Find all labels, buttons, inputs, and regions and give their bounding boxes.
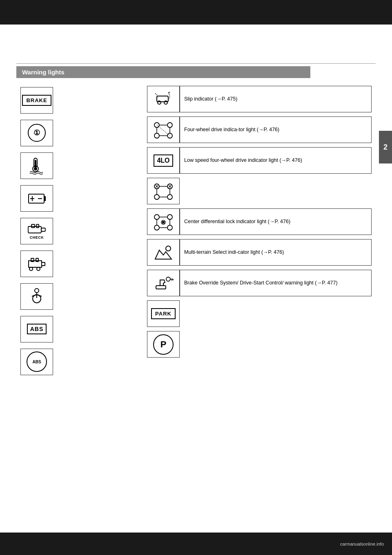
terrain-text: Multi-terrain Select indi-cator light (→… <box>184 248 284 256</box>
bottom-bar: carmanualsonline.info <box>0 533 392 555</box>
4lo-desc: Low speed four-wheel drive indicator lig… <box>180 147 372 174</box>
svg-rect-5 <box>44 196 46 201</box>
slip-row: * Slip indicator (→P. 475) <box>147 86 372 112</box>
svg-point-49 <box>167 215 172 219</box>
4lo-icon-box: 4LO <box>147 147 180 174</box>
trac-row <box>147 178 372 204</box>
malfunction-icon <box>27 256 47 271</box>
slip-desc: Slip indicator (→P. 475) <box>180 86 372 112</box>
warning-lights-title: Warning lights <box>22 69 65 76</box>
4wd-text: Four-wheel drive indica-tor light (→P. 4… <box>184 126 279 133</box>
park-circle-desc-empty <box>180 331 372 358</box>
battery-row <box>20 184 135 213</box>
park-text-row: PARK <box>147 300 372 327</box>
diff-text: Center differential lock indicator light… <box>184 218 290 225</box>
svg-rect-11 <box>31 224 35 228</box>
abs-text-row: ABS <box>20 315 135 343</box>
park-circle-row: P <box>147 331 372 358</box>
trac-icon-box <box>147 178 180 204</box>
charge-icon: ① <box>28 124 46 142</box>
check-label: CHECK <box>30 235 44 239</box>
brake-override-row: Brake Override System/ Drive-Start Contr… <box>147 270 372 296</box>
diff-row: Center differential lock indicator light… <box>147 208 372 235</box>
brake-override-icon <box>153 274 174 292</box>
4wd-row: Four-wheel drive indica-tor light (→P. 4… <box>147 116 372 143</box>
brake-icon: BRAKE <box>22 95 51 106</box>
4lo-row: 4LO Low speed four-wheel drive indicator… <box>147 147 372 174</box>
check-engine-icon-box: CHECK <box>20 218 53 244</box>
section-tab: 2 <box>379 131 392 163</box>
terrain-icon-box <box>147 239 180 266</box>
trac-desc-empty <box>180 178 372 204</box>
website-label: carmanualsonline.info <box>340 542 384 546</box>
4lo-text: Low speed four-wheel drive indicator lig… <box>184 157 302 164</box>
4wd-icon <box>153 121 174 139</box>
check-engine-icon <box>27 222 46 235</box>
abs-text-icon-box: ABS <box>20 316 53 342</box>
4wd-desc: Four-wheel drive indica-tor light (→P. 4… <box>180 116 372 143</box>
svg-point-17 <box>37 267 40 271</box>
diff-desc: Center differential lock indicator light… <box>180 208 372 235</box>
battery-icon-box <box>20 185 53 212</box>
charge-row: ① <box>20 119 135 147</box>
malfunction-icon-box <box>20 251 53 277</box>
svg-rect-59 <box>156 286 166 289</box>
top-bar <box>0 0 392 25</box>
slip-icon: * <box>153 90 174 108</box>
park-circle-icon: P <box>153 334 174 355</box>
srs-icon <box>28 287 46 305</box>
4lo-icon: 4LO <box>154 154 173 167</box>
check-engine-row: CHECK <box>20 217 135 245</box>
svg-point-48 <box>154 215 159 219</box>
svg-line-21 <box>32 295 37 296</box>
abs-circle-icon-box: ABS <box>20 349 53 375</box>
abs-circle-row: ABS <box>20 347 135 376</box>
brake-override-icon-box <box>147 270 180 296</box>
main-content: BRAKE ① <box>20 86 372 380</box>
brake-icon-box: BRAKE <box>20 87 53 114</box>
park-text-icon: PARK <box>151 308 176 319</box>
slip-text: Slip indicator (→P. 475) <box>184 95 237 103</box>
svg-rect-13 <box>42 262 45 266</box>
diff-icon <box>153 213 174 231</box>
svg-point-58 <box>166 246 171 251</box>
coolant-row <box>20 151 135 180</box>
section-number: 2 <box>383 143 388 152</box>
abs-circle-icon: ABS <box>27 351 47 372</box>
svg-text:*: * <box>168 91 170 96</box>
4wd-icon-box <box>147 116 180 143</box>
terrain-desc: Multi-terrain Select indi-cator light (→… <box>180 239 372 266</box>
srs-row <box>20 282 135 311</box>
svg-line-22 <box>37 295 42 296</box>
svg-rect-57 <box>162 221 165 224</box>
brake-override-text: Brake Override System/ Drive-Start Contr… <box>184 279 338 286</box>
brake-row: BRAKE <box>20 86 135 114</box>
svg-point-50 <box>154 225 159 230</box>
svg-point-3 <box>34 167 37 170</box>
malfunction-row <box>20 249 135 278</box>
svg-point-60 <box>166 277 170 281</box>
svg-point-51 <box>167 225 172 230</box>
svg-point-39 <box>167 195 172 199</box>
park-text-desc-empty <box>180 300 372 327</box>
svg-rect-12 <box>36 224 39 228</box>
trac-icon <box>153 182 174 200</box>
abs-text-icon: ABS <box>27 324 47 334</box>
diff-icon-box <box>147 208 180 235</box>
slip-icon-box: * <box>147 86 180 112</box>
header-rule <box>16 63 376 64</box>
svg-point-18 <box>35 289 39 293</box>
page-container: 2 Warning lights BRAKE ① <box>0 0 392 555</box>
brake-override-desc: Brake Override System/ Drive-Start Contr… <box>180 270 372 296</box>
srs-icon-box <box>20 283 53 310</box>
svg-point-29 <box>154 133 159 138</box>
svg-point-28 <box>167 123 172 128</box>
svg-point-38 <box>154 195 159 199</box>
terrain-row: Multi-terrain Select indi-cator light (→… <box>147 239 372 266</box>
park-text-icon-box: PARK <box>147 300 180 327</box>
coolant-icon-box <box>20 152 53 179</box>
battery-icon <box>27 189 47 207</box>
charge-icon-box: ① <box>20 120 53 146</box>
park-circle-icon-box: P <box>147 331 180 358</box>
coolant-icon <box>27 157 47 175</box>
